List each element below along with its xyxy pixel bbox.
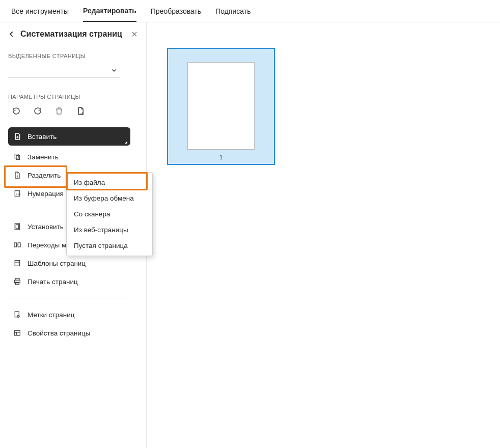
tab-convert[interactable]: Преобразовать (151, 7, 201, 21)
divider (8, 298, 130, 298)
page-properties-icon (13, 329, 22, 337)
tab-sign[interactable]: Подписать (215, 7, 251, 21)
svg-rect-9 (16, 225, 18, 229)
svg-rect-11 (18, 243, 20, 247)
extract-page-icon[interactable] (75, 106, 86, 116)
organize-pages-panel: Систематизация страниц ВЫДЕЛЕННЫЕ СТРАНИ… (0, 22, 147, 448)
svg-rect-13 (15, 261, 19, 266)
dropdown-caret-icon (125, 141, 127, 144)
page-preview (187, 62, 255, 150)
page-params-toolbar (8, 104, 138, 125)
chevron-down-icon (111, 67, 117, 73)
svg-rect-10 (14, 243, 17, 247)
svg-rect-20 (15, 330, 20, 335)
templates-label: Шаблоны страниц (27, 260, 86, 267)
templates-button[interactable]: Шаблоны страниц (8, 254, 130, 272)
svg-point-19 (17, 315, 19, 317)
split-button-label: Разделить (27, 172, 61, 179)
transitions-icon (13, 241, 22, 249)
back-icon[interactable] (8, 31, 15, 38)
top-tab-bar: Все инструменты Редактировать Преобразов… (0, 0, 500, 22)
menu-item-blank-page[interactable]: Пустая страница (67, 238, 152, 254)
page-properties-button[interactable]: Свойства страницы (8, 324, 130, 342)
page-labels-icon (13, 311, 22, 319)
tab-all-tools[interactable]: Все инструменты (11, 7, 69, 21)
insert-dropdown-menu: Из файла Из буфера обмена Со сканера Из … (66, 172, 153, 256)
replace-icon (13, 153, 22, 161)
replace-button-label: Заменить (27, 153, 59, 161)
menu-item-from-scanner[interactable]: Со сканера (67, 206, 152, 222)
section-selected-pages: ВЫДЕЛЕННЫЕ СТРАНИЦЫ (8, 53, 138, 59)
menu-item-from-web[interactable]: Из веб-страницы (67, 222, 152, 238)
insert-button-label: Вставить (27, 133, 57, 141)
page-thumbnail-selected[interactable]: 1 (167, 48, 275, 165)
menu-item-from-file[interactable]: Из файла (67, 175, 152, 190)
page-labels-button[interactable]: Метки страниц (8, 305, 130, 324)
close-icon[interactable] (131, 31, 138, 38)
insert-page-icon (13, 132, 22, 141)
templates-icon (13, 259, 22, 267)
rotate-cw-icon[interactable] (33, 106, 43, 116)
print-pages-label: Печать страниц (27, 278, 78, 286)
panel-title: Систематизация страниц (20, 30, 126, 39)
print-pages-button[interactable]: Печать страниц (8, 272, 130, 291)
numbering-icon: 012 (13, 189, 22, 198)
svg-text:012: 012 (16, 192, 20, 195)
menu-item-from-clipboard[interactable]: Из буфера обмена (67, 190, 152, 206)
margins-icon (13, 222, 22, 231)
tab-edit[interactable]: Редактировать (83, 7, 136, 22)
selected-pages-dropdown[interactable] (8, 63, 120, 77)
page-labels-label: Метки страниц (27, 311, 75, 319)
split-icon (13, 171, 22, 179)
rotate-ccw-icon[interactable] (11, 106, 21, 116)
page-properties-label: Свойства страницы (27, 329, 90, 337)
svg-rect-18 (15, 312, 19, 317)
numbering-button-label: Нумерация (27, 190, 64, 198)
page-number-label: 1 (219, 154, 223, 161)
trash-icon[interactable] (54, 106, 64, 116)
print-icon (13, 277, 22, 286)
insert-button[interactable]: Вставить (8, 127, 130, 146)
section-page-params: ПАРАМЕТРЫ СТРАНИЦЫ (8, 94, 138, 100)
replace-button[interactable]: Заменить (8, 148, 130, 166)
pages-workspace: 1 (147, 22, 500, 448)
